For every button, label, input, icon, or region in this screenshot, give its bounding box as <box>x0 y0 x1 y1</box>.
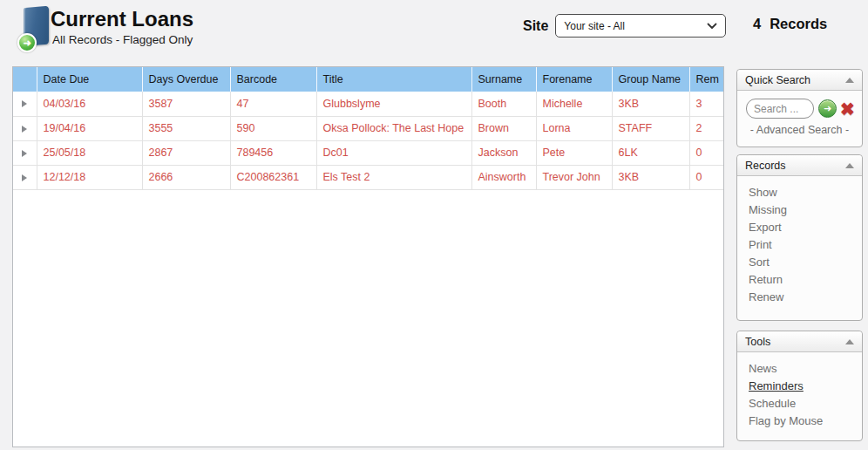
search-go-button[interactable]: ➜ <box>818 99 837 118</box>
tools-item-list: NewsRemindersScheduleFlag by Mouse <box>737 360 862 430</box>
site-select[interactable]: Your site - All <box>555 14 726 38</box>
table-row[interactable]: 04/03/16358747GlubbslymeBoothMichelle3KB… <box>13 92 724 116</box>
column-header-barcode[interactable]: Barcode <box>230 67 316 92</box>
row-expand-cell[interactable] <box>13 140 37 165</box>
cell-date-due: 12/12/18 <box>37 165 142 189</box>
row-expand-cell[interactable] <box>13 92 37 116</box>
loans-table-body: 04/03/16358747GlubbslymeBoothMichelle3KB… <box>13 92 724 189</box>
cell-forename: Michelle <box>536 92 612 116</box>
tools-panel-title: Tools <box>745 336 770 348</box>
cell-days-overdue: 3555 <box>142 116 230 140</box>
quick-search-row: ➜ ✖ <box>737 91 862 119</box>
column-header-group-name[interactable]: Group Name <box>612 67 689 92</box>
green-arrow-icon: ➜ <box>17 33 37 52</box>
table-row[interactable]: 25/05/182867789456Dc01JacksonPete6LK0 <box>13 140 724 165</box>
record-count-label: Records <box>770 16 827 32</box>
cell-rem: 2 <box>689 116 724 140</box>
quick-search-panel-header[interactable]: Quick Search <box>737 70 862 91</box>
cell-date-due: 19/04/16 <box>37 116 142 140</box>
loans-table: Date DueDays OverdueBarcodeTitleSurnameF… <box>13 67 724 190</box>
cell-group-name: STAFF <box>612 116 689 140</box>
cell-title: Glubbslyme <box>316 92 471 116</box>
column-header-surname[interactable]: Surname <box>471 67 536 92</box>
records-action-sort[interactable]: Sort <box>737 254 862 271</box>
records-panel-title: Records <box>745 160 786 172</box>
row-expand-cell[interactable] <box>13 116 37 140</box>
tools-panel-header[interactable]: Tools <box>737 331 862 352</box>
quick-search-panel: Quick Search ➜ ✖ - Advanced Search - <box>736 69 863 147</box>
row-expand-icon[interactable] <box>22 126 27 133</box>
page-title: Current Loans <box>51 7 193 31</box>
records-action-print[interactable]: Print <box>737 236 862 254</box>
cell-surname: Jackson <box>471 140 536 165</box>
cell-forename: Pete <box>536 140 612 165</box>
column-header-title[interactable]: Title <box>316 67 471 92</box>
cell-barcode: 590 <box>230 116 316 140</box>
column-header-date-due[interactable]: Date Due <box>37 67 142 92</box>
collapse-arrow-icon[interactable] <box>845 78 854 83</box>
cell-rem: 0 <box>689 165 724 189</box>
records-action-missing[interactable]: Missing <box>737 201 862 219</box>
cell-group-name: 3KB <box>612 165 689 189</box>
cell-date-due: 04/03/16 <box>37 92 142 116</box>
row-expand-icon[interactable] <box>22 174 27 181</box>
search-input[interactable] <box>746 99 814 119</box>
records-action-list: ShowMissingExportPrintSortReturnRenew <box>737 184 862 306</box>
page-subtitle: All Records - Flagged Only <box>52 33 193 46</box>
records-action-show[interactable]: Show <box>737 184 862 201</box>
cell-surname: Booth <box>471 92 536 116</box>
site-selector-group: Site Your site - All <box>523 14 726 38</box>
expand-column-header[interactable] <box>13 67 37 92</box>
records-action-export[interactable]: Export <box>737 219 862 236</box>
cell-days-overdue: 3587 <box>142 92 230 116</box>
quick-search-title: Quick Search <box>745 74 810 86</box>
cell-surname: Ainsworth <box>471 165 536 189</box>
cell-rem: 0 <box>689 140 724 165</box>
row-expand-cell[interactable] <box>13 165 37 189</box>
table-row[interactable]: 19/04/163555590Oksa Pollock: The Last Ho… <box>13 116 724 140</box>
loans-table-container: Date DueDays OverdueBarcodeTitleSurnameF… <box>12 66 724 447</box>
cell-rem: 3 <box>689 92 724 116</box>
tools-item-schedule[interactable]: Schedule <box>737 395 862 412</box>
cell-barcode: 789456 <box>230 140 316 165</box>
cell-date-due: 25/05/18 <box>37 140 142 165</box>
records-panel-header[interactable]: Records <box>737 155 862 176</box>
cell-title: Oksa Pollock: The Last Hope <box>316 116 471 140</box>
tools-panel: Tools NewsRemindersScheduleFlag by Mouse <box>736 331 863 441</box>
current-loans-book-icon: ➜ <box>19 5 52 51</box>
tools-item-reminders[interactable]: Reminders <box>737 378 862 395</box>
row-expand-icon[interactable] <box>22 150 27 157</box>
table-row[interactable]: 12/12/182666C200862361Els Test 2Ainswort… <box>13 165 724 189</box>
chevron-down-icon <box>707 23 717 30</box>
cell-title: Dc01 <box>316 140 471 165</box>
column-header-days-overdue[interactable]: Days Overdue <box>142 67 230 92</box>
clear-search-button[interactable]: ✖ <box>840 100 855 118</box>
cell-title: Els Test 2 <box>316 165 471 189</box>
cell-days-overdue: 2666 <box>142 165 230 189</box>
cell-group-name: 3KB <box>612 92 689 116</box>
cell-forename: Lorna <box>536 116 612 140</box>
tools-item-flag-by-mouse[interactable]: Flag by Mouse <box>737 412 862 430</box>
collapse-arrow-icon[interactable] <box>845 163 854 168</box>
advanced-search-link[interactable]: - Advanced Search - <box>737 124 862 136</box>
go-arrow-icon: ➜ <box>824 104 831 113</box>
row-expand-icon[interactable] <box>22 100 27 107</box>
column-header-rem[interactable]: Rem <box>689 67 724 92</box>
record-count: 4 Records <box>753 16 827 32</box>
cell-surname: Brown <box>471 116 536 140</box>
tools-item-news[interactable]: News <box>737 360 862 378</box>
collapse-arrow-icon[interactable] <box>845 339 854 344</box>
site-select-value: Your site - All <box>564 20 625 32</box>
cell-forename: Trevor John <box>536 165 612 189</box>
table-header-row: Date DueDays OverdueBarcodeTitleSurnameF… <box>13 67 724 92</box>
cell-barcode: 47 <box>230 92 316 116</box>
records-action-renew[interactable]: Renew <box>737 289 862 306</box>
site-label: Site <box>523 18 548 34</box>
record-count-number: 4 <box>753 16 761 32</box>
clear-x-icon: ✖ <box>840 99 855 119</box>
records-panel: Records ShowMissingExportPrintSortReturn… <box>736 154 863 321</box>
cell-barcode: C200862361 <box>230 165 316 189</box>
cell-group-name: 6LK <box>612 140 689 165</box>
records-action-return[interactable]: Return <box>737 271 862 289</box>
column-header-forename[interactable]: Forename <box>536 67 612 92</box>
